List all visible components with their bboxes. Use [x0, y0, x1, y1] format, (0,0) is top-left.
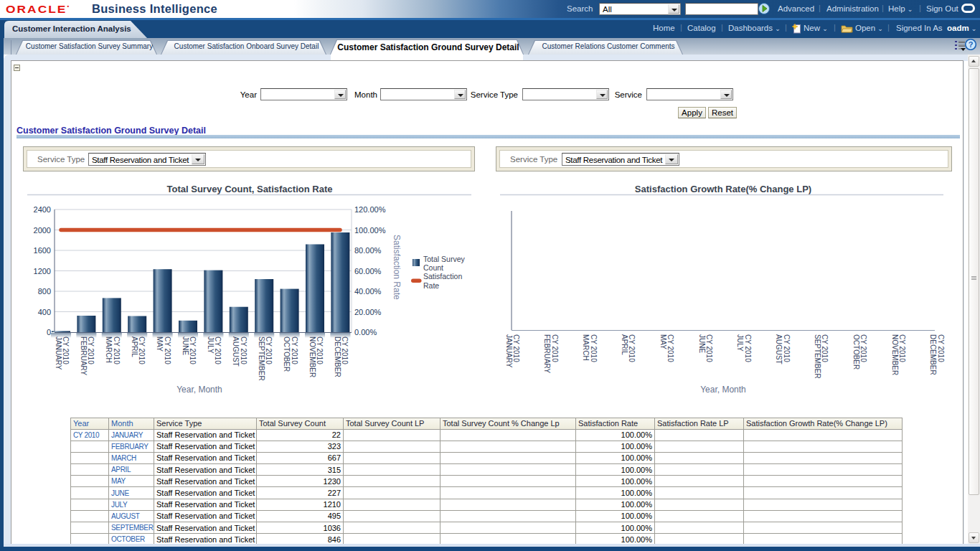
svg-text:Total Survey: Total Survey — [423, 255, 466, 263]
svg-text:100.00%: 100.00% — [354, 226, 386, 235]
svg-text:60.00%: 60.00% — [354, 267, 382, 276]
svg-text:CY 2010SEPTEMBER: CY 2010SEPTEMBER — [814, 334, 829, 379]
svg-text:CY 2010NOVEMBER: CY 2010NOVEMBER — [308, 336, 324, 377]
svg-text:CY 2010MARCH: CY 2010MARCH — [582, 334, 598, 362]
svg-text:CY 2010SEPTEMBER: CY 2010SEPTEMBER — [258, 336, 273, 381]
svg-text:800: 800 — [38, 287, 51, 296]
svg-text:Year, Month: Year, Month — [176, 385, 222, 395]
svg-text:CY 2010JUNE: CY 2010JUNE — [698, 334, 714, 362]
svg-text:20.00%: 20.00% — [354, 308, 382, 316]
svg-text:1600: 1600 — [34, 246, 51, 255]
svg-text:CY 2010JUNE: CY 2010JUNE — [182, 336, 197, 364]
svg-text:CY 2010OCTOBER: CY 2010OCTOBER — [283, 336, 298, 372]
svg-text:CY 2010JANUARY: CY 2010JANUARY — [505, 334, 521, 368]
svg-text:80.00%: 80.00% — [354, 246, 382, 255]
svg-text:400: 400 — [38, 308, 51, 316]
svg-text:2400: 2400 — [34, 205, 51, 214]
svg-text:0.00%: 0.00% — [354, 328, 377, 336]
svg-text:CY 2010APRIL: CY 2010APRIL — [621, 334, 636, 362]
svg-text:CY 2010DECEMBER: CY 2010DECEMBER — [334, 336, 349, 377]
svg-text:Year, Month: Year, Month — [700, 385, 746, 395]
svg-text:CY 2010JANUARY: CY 2010JANUARY — [55, 336, 70, 370]
svg-text:CY 2010AUGUST: CY 2010AUGUST — [775, 334, 791, 364]
svg-text:Satisfaction Growth Rate(% Cha: Satisfaction Growth Rate(% Change LP) — [635, 184, 811, 194]
svg-text:CY 2010OCTOBER: CY 2010OCTOBER — [852, 334, 868, 369]
svg-text:CY 2010JULY: CY 2010JULY — [736, 334, 752, 362]
svg-text:Total Survey Count, Satisfacti: Total Survey Count, Satisfaction Rate — [167, 184, 333, 194]
svg-text:CY 2010FEBRUARY: CY 2010FEBRUARY — [543, 334, 559, 374]
svg-text:CY 2010MARCH: CY 2010MARCH — [105, 336, 121, 364]
svg-text:CY 2010JULY: CY 2010JULY — [207, 336, 222, 364]
svg-text:CY 2010MAY: CY 2010MAY — [659, 334, 675, 362]
svg-text:1200: 1200 — [34, 267, 51, 276]
svg-text:Count: Count — [423, 263, 443, 272]
svg-text:CY 2010NOVEMBER: CY 2010NOVEMBER — [891, 334, 907, 375]
svg-text:CY 2010AUGUST: CY 2010AUGUST — [232, 336, 248, 367]
svg-text:2000: 2000 — [34, 226, 51, 235]
svg-text:CY 2010DECEMBER: CY 2010DECEMBER — [929, 334, 945, 375]
svg-text:40.00%: 40.00% — [354, 287, 382, 296]
svg-text:CY 2010APRIL: CY 2010APRIL — [131, 336, 146, 364]
svg-text:Satisfaction: Satisfaction — [423, 272, 462, 281]
svg-text:?: ? — [969, 40, 974, 49]
svg-text:CY 2010FEBRUARY: CY 2010FEBRUARY — [80, 336, 95, 376]
svg-text:120.00%: 120.00% — [354, 205, 386, 214]
svg-text:Rate: Rate — [423, 281, 439, 290]
svg-text:Satisfaction Rate: Satisfaction Rate — [392, 235, 402, 300]
svg-text:CY 2010MAY: CY 2010MAY — [156, 336, 171, 364]
svg-text:0: 0 — [47, 328, 51, 336]
